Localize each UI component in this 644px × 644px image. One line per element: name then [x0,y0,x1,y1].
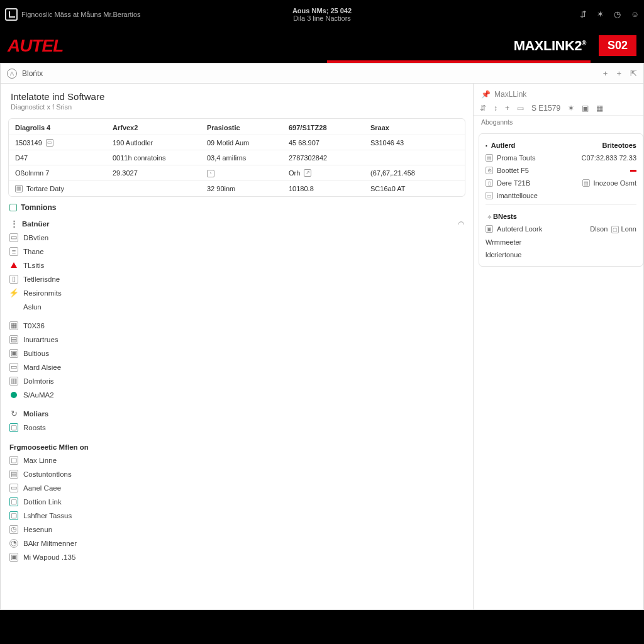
side-tool-2[interactable]: ↕ [494,104,497,113]
section-tomnions[interactable]: Tomnions [8,199,465,216]
brand-autel: AUTEL [8,36,63,56]
system-icon-user[interactable]: ☺ [631,9,639,19]
side-section-2: ✧BNests [486,208,636,223]
side-tool-5[interactable]: ✶ [568,104,574,113]
col-header-4[interactable]: 697/S1TZ28 [289,124,370,131]
brand-underline [327,60,591,63]
data-grid: Diagrolis 4 Arfvex2 Prasiostic 697/S1TZ2… [8,118,465,197]
row-action-icon[interactable]: › [207,170,214,177]
side-row[interactable]: ▭imanttellouce [486,189,636,202]
nav-item[interactable]: ◔BAkr Miltmenner [8,536,465,550]
table-row[interactable]: Oßolnmn 7 29.3027 › Orh↗ (67,67,.21.458 [9,165,465,181]
col-header-5[interactable]: Sraax [370,124,433,131]
nav-item[interactable]: ▭DBvtien [8,231,465,245]
shield-icon: ▢ [9,511,18,520]
square-icon: ▢ [9,456,18,465]
title-bar: Fignooslic Mäss at Måuns Mr.Berartios Ao… [0,0,644,28]
nav-item[interactable]: ▢Max Linne [8,453,465,467]
lock-icon: ▣ [486,225,493,233]
side-tool-6[interactable]: ▣ [582,104,589,113]
table-row[interactable]: 1503149▭ 190 Autlodler 09 Motid Aum 45 6… [9,135,465,150]
page-icon: ▯ [486,179,493,187]
toolbar-plus-icon[interactable]: + [616,69,621,78]
side-panel-title: 📌 MaxLLink [474,84,643,101]
panel-icon: ▭ [9,484,18,492]
page-title: Intelatote ind Software [11,91,463,102]
breadcrumb-text[interactable]: Blońtx [22,69,43,78]
nav-item[interactable]: ▭Aanel Caee [8,481,465,495]
side-tool-4[interactable]: ▭ [517,104,524,113]
calendar-icon: ▦ [15,185,23,192]
tag-icon: ▢ [9,423,18,432]
nav-item[interactable]: ▢Dottion Link [8,495,465,509]
tool-icon: ▤ [486,154,493,162]
spinner-icon: ◠ [458,219,464,228]
nav-item[interactable]: ◷Hesenun [8,523,465,536]
doc-icon: ▯ [9,275,18,284]
side-tool-1[interactable]: ⇵ [480,104,486,113]
nav-item[interactable]: ▣Bultious [8,347,465,360]
nav-item[interactable]: ↻Moliars [8,407,465,421]
nav-head-1[interactable]: ⋮ Batnüer ◠ [8,216,465,231]
side-tool-3[interactable]: + [505,104,509,113]
row-expand-icon[interactable]: ▭ [46,139,53,147]
toolbar-export-icon[interactable]: ⇱ [630,69,637,78]
pin-icon[interactable]: 📌 [481,90,491,99]
col-header-1[interactable]: Diagrolis 4 [15,124,113,131]
warning-icon [9,261,18,270]
system-icon-1[interactable]: ⇵ [580,9,587,19]
module-icon: ▣ [9,553,18,562]
nav-item[interactable]: Aslun [8,300,465,314]
brand-maxlink: MAXLINK2® [514,38,586,54]
brand-bar: AUTEL MAXLINK2® S02 [0,28,644,63]
nav-item[interactable]: ▤Inurartrues [8,333,465,347]
system-icon-2[interactable]: ✶ [597,9,604,19]
side-row[interactable]: ldcriertonue [486,248,636,261]
footer-bar [0,610,644,644]
nav-item[interactable]: ▥Dolmtoris [8,374,465,388]
nav-item[interactable]: ▯Tetllerisdne [8,272,465,286]
nav-item[interactable]: ▢Roosts [8,421,465,435]
side-tool-7[interactable]: ▦ [596,104,603,113]
side-row[interactable]: ⚙Boottet F5 [486,164,636,177]
nav-head-2[interactable]: Frgmooseetic Mflen on [8,440,465,453]
nav-item[interactable]: ▭Mard Alsiee [8,360,465,374]
side-row[interactable]: ▤Proma Touts C07:32.833 72.33 [486,152,636,164]
col-header-3[interactable]: Prasiostic [207,124,289,131]
box-icon: ▭ [9,233,18,242]
app-menu-icon[interactable] [5,8,18,21]
link-icon: ▢ [9,497,18,506]
file-icon: ▭ [486,192,493,199]
nav-item[interactable]: TLsitis [8,258,465,272]
side-row[interactable]: ▣Autoterd Loork Dlson ▢ Lonn [486,223,636,236]
db-icon: ▤ [582,179,590,187]
col-header-2[interactable]: Arfvex2 [113,124,207,131]
chip-icon: ▦ [9,321,18,330]
stack-icon: ▤ [9,470,18,479]
nav-item[interactable]: ▤Costuntontlons [8,467,465,481]
nav-item[interactable]: ▢Lshfher Tassus [8,509,465,523]
nav-item[interactable]: S/AuMA2 [8,388,465,402]
nav-item[interactable]: ≡Thane [8,245,465,258]
toolbar-add-icon[interactable]: + [603,69,608,78]
grip-icon: ⋮ [9,219,18,228]
nav-item[interactable]: ▦T0X36 [8,319,465,333]
sq-icon: ▢ [611,226,619,233]
title-center-line2: Dila 3 line Nactiors [292,14,352,22]
cube-icon: ▣ [9,349,18,358]
side-row[interactable]: Wrmmeeter [486,236,636,248]
system-icon-clock[interactable]: ◷ [614,9,621,19]
refresh-icon: ↻ [9,409,18,418]
side-row[interactable]: ▯Dere T21B ▤Inozooe Osmt [486,177,636,189]
side-info-box: •Autlerd Briteotoes ▤Proma Touts C07:32.… [479,133,643,267]
layers-icon: ▥ [9,377,18,386]
table-row[interactable]: D47 0011h conratoins 03,4 amilirns 27873… [9,150,465,165]
nav-item[interactable]: ⚡Resironmits [8,286,465,300]
home-icon[interactable]: A [7,69,17,79]
nav-item[interactable]: ▣Mi Wapoud .135 [8,550,465,564]
side-tool-code: S E1579 [531,104,560,113]
card-icon: ▭ [9,363,18,372]
table-row[interactable]: ▦Tortare Daty 32 90inm 10180.8 SC16a0 AT [9,181,465,196]
row-link-icon[interactable]: ↗ [304,169,311,177]
side-toolbar-label: Abogannts [474,116,643,128]
